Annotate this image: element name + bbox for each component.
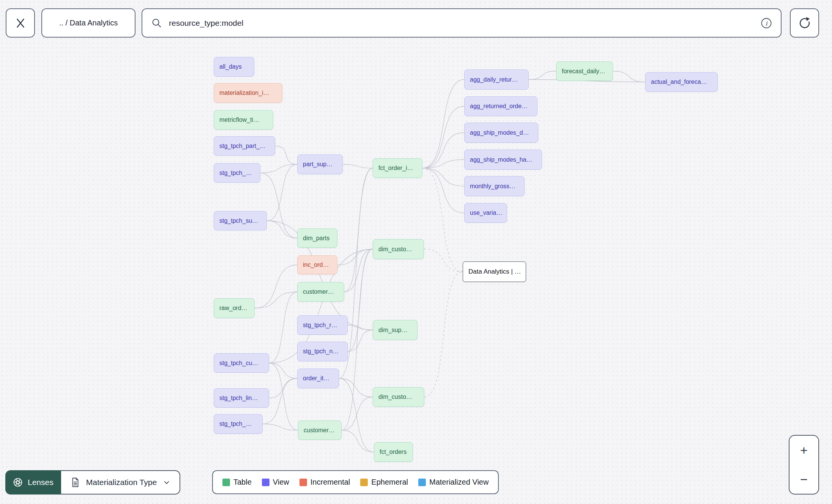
graph-node-order_it[interactable]: order_it… — [297, 369, 339, 388]
edge-agg_daily_retur-to-forecast_daily — [529, 71, 556, 80]
graph-node-materialization_i[interactable]: materialization_i… — [214, 83, 282, 103]
edge-fct_order_i-to-use_varia — [422, 168, 464, 213]
legend-item-table: Table — [222, 478, 252, 487]
graph-node-agg_returned_orde[interactable]: agg_returned_orde… — [464, 96, 537, 116]
graph-node-all_days[interactable]: all_days — [214, 57, 254, 77]
graph-node-stg_tpch_lin[interactable]: stg_tpch_lin… — [214, 388, 269, 408]
graph-node-fct_order_i[interactable]: fct_order_i… — [373, 158, 422, 178]
graph-node-agg_ship_modes_d[interactable]: agg_ship_modes_d… — [464, 123, 538, 143]
document-icon — [69, 477, 81, 488]
legend-label: Ephemeral — [371, 478, 408, 487]
materialization-type-dropdown[interactable]: Materialization Type — [61, 470, 180, 495]
legend-swatch — [360, 479, 368, 486]
edge-inc_ord-to-dim_custo_a — [337, 249, 373, 265]
edge-part_sup-to-fct_order_i — [343, 164, 373, 168]
edge-dim_custo_a-to-data_analytics — [424, 249, 463, 272]
edge-stg_tpch_cu-to-order_it — [269, 363, 297, 379]
graph-node-dim_sup[interactable]: dim_sup… — [373, 320, 418, 340]
graph-node-stg_tpch_n[interactable]: stg_tpch_n… — [297, 342, 348, 361]
lenses-group: Lenses Materialization Type — [5, 470, 180, 495]
edge-stg_tpch_a-to-part_sup — [260, 164, 297, 173]
edge-customer_b-to-dim_custo_b — [342, 397, 373, 430]
graph-node-raw_ord[interactable]: raw_ord… — [214, 298, 255, 318]
graph-node-dim_custo_b[interactable]: dim_custo… — [373, 387, 424, 407]
legend-item-materialized-view: Materialized View — [418, 478, 488, 487]
graph-node-stg_tpch_r[interactable]: stg_tpch_r… — [297, 315, 348, 335]
graph-node-use_varia[interactable]: use_varia… — [464, 203, 507, 223]
graph-node-stg_tpch_b[interactable]: stg_tpch_… — [214, 414, 263, 434]
graph-node-monthly_gross[interactable]: monthly_gross… — [464, 176, 525, 196]
edge-fct_order_i-to-data_analytics — [422, 168, 463, 272]
legend-swatch — [299, 479, 307, 486]
lenses-label: Lenses — [28, 478, 54, 487]
edge-stg_tpch_part-to-part_sup — [275, 146, 297, 165]
edge-raw_ord-to-inc_ord — [255, 265, 297, 308]
zoom-out-button[interactable]: − — [789, 465, 818, 494]
edge-stg_tpch_r-to-dim_sup — [348, 325, 373, 330]
legend-label: Table — [233, 478, 252, 487]
info-icon[interactable]: i — [760, 17, 772, 29]
materialization-legend: TableViewIncrementalEphemeralMaterialize… — [212, 470, 499, 494]
edge-fct_order_i-to-agg_daily_retur — [422, 80, 464, 169]
edge-stg_tpch_b-to-customer_b — [263, 424, 298, 430]
search-icon — [151, 17, 163, 29]
refresh-button[interactable] — [790, 8, 819, 38]
legend-item-ephemeral: Ephemeral — [360, 478, 408, 487]
edge-customer_a-to-dim_custo_a — [344, 249, 373, 292]
edge-fct_order_i-to-agg_returned_orde — [422, 106, 464, 168]
edge-stg_tpch_n-to-dim_sup — [348, 330, 373, 352]
legend-swatch — [222, 479, 230, 486]
graph-node-stg_tpch_part[interactable]: stg_tpch_part_… — [214, 136, 275, 156]
search-input[interactable] — [169, 19, 760, 28]
graph-node-dim_custo_a[interactable]: dim_custo… — [373, 239, 424, 259]
graph-node-stg_tpch_cu[interactable]: stg_tpch_cu… — [214, 353, 269, 373]
graph-node-metricflow_ti[interactable]: metricflow_ti… — [214, 110, 273, 130]
graph-node-inc_ord[interactable]: inc_ord… — [297, 255, 337, 274]
graph-node-stg_tpch_a[interactable]: stg_tpch_… — [214, 163, 260, 183]
legend-swatch — [262, 479, 269, 486]
breadcrumb[interactable]: .. / Data Analytics — [41, 8, 136, 38]
search-bar: i — [142, 8, 782, 38]
graph-node-agg_ship_modes_ha[interactable]: agg_ship_modes_ha… — [464, 150, 542, 170]
edge-customer_b-to-fct_orders — [342, 430, 374, 452]
legend-label: Incremental — [310, 478, 350, 487]
legend-swatch — [418, 479, 426, 486]
graph-node-customer_b[interactable]: customer… — [298, 421, 342, 440]
svg-text:i: i — [765, 20, 768, 27]
graph-node-forecast_daily[interactable]: forecast_daily… — [556, 61, 613, 81]
breadcrumb-label: .. / Data Analytics — [59, 19, 118, 27]
lineage-canvas[interactable]: all_daysmaterialization_i…metricflow_ti…… — [0, 0, 832, 504]
lenses-button[interactable]: Lenses — [5, 470, 61, 495]
zoom-controls: + − — [789, 435, 819, 495]
close-icon — [14, 17, 27, 30]
legend-item-view: View — [262, 478, 289, 487]
graph-node-data_analytics[interactable]: Data Analytics | … — [463, 261, 526, 282]
dropdown-label: Materialization Type — [86, 478, 157, 487]
legend-label: View — [273, 478, 289, 487]
graph-node-agg_daily_retur[interactable]: agg_daily_retur… — [464, 69, 529, 90]
graph-node-part_sup[interactable]: part_sup… — [297, 154, 343, 174]
edge-stg_tpch_su-to-part_sup — [267, 164, 297, 221]
edge-forecast_daily-to-actual_and_foreca — [613, 71, 645, 82]
edge-order_it-to-dim_custo_b — [339, 378, 373, 397]
edge-dim_custo_b-to-data_analytics — [424, 272, 463, 397]
graph-node-dim_parts[interactable]: dim_parts — [297, 228, 337, 248]
edge-stg_tpch_cu-to-customer_b — [269, 363, 298, 430]
zoom-in-button[interactable]: + — [789, 436, 818, 465]
graph-node-stg_tpch_su[interactable]: stg_tpch_su… — [214, 211, 267, 230]
legend-label: Materialized View — [429, 478, 488, 487]
edge-fct_order_i-to-monthly_gross — [422, 168, 464, 186]
graph-node-fct_orders[interactable]: fct_orders — [374, 442, 413, 462]
edge-raw_ord-to-customer_a — [255, 292, 297, 308]
aperture-icon — [12, 477, 24, 488]
legend-item-incremental: Incremental — [299, 478, 350, 487]
graph-node-actual_and_foreca[interactable]: actual_and_foreca… — [645, 72, 718, 92]
graph-node-customer_a[interactable]: customer… — [297, 282, 344, 302]
refresh-icon — [797, 16, 812, 30]
chevron-down-icon — [162, 478, 171, 487]
close-button[interactable] — [6, 8, 35, 38]
